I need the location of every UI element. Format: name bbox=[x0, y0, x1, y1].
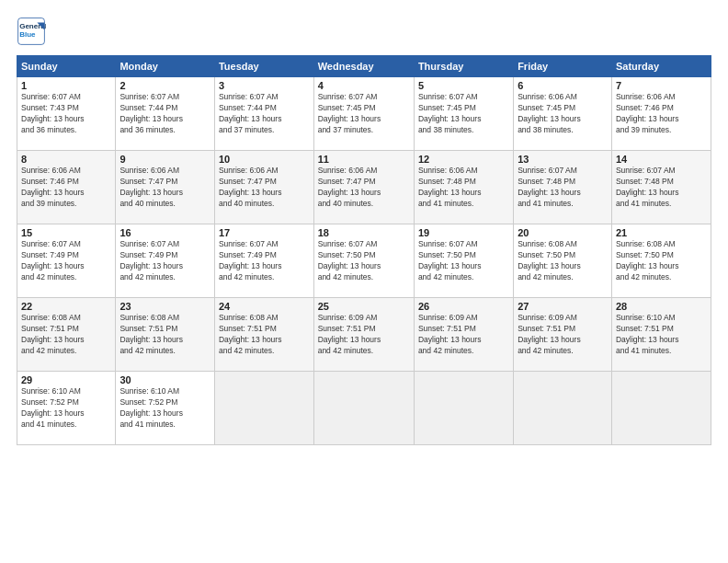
calendar-cell: 14Sunrise: 6:07 AM Sunset: 7:48 PM Dayli… bbox=[611, 151, 711, 224]
day-number: 24 bbox=[219, 301, 310, 312]
header-saturday: Saturday bbox=[611, 56, 711, 77]
day-info: Sunrise: 6:08 AM Sunset: 7:51 PM Dayligh… bbox=[219, 313, 310, 357]
day-info: Sunrise: 6:08 AM Sunset: 7:51 PM Dayligh… bbox=[21, 313, 111, 357]
day-number: 25 bbox=[318, 301, 410, 312]
calendar-cell: 21Sunrise: 6:08 AM Sunset: 7:50 PM Dayli… bbox=[611, 224, 711, 298]
calendar-cell bbox=[214, 372, 313, 445]
day-info: Sunrise: 6:06 AM Sunset: 7:46 PM Dayligh… bbox=[616, 92, 707, 136]
day-info: Sunrise: 6:06 AM Sunset: 7:46 PM Dayligh… bbox=[21, 166, 111, 210]
logo-icon: General Blue bbox=[17, 17, 46, 46]
calendar-cell: 18Sunrise: 6:07 AM Sunset: 7:50 PM Dayli… bbox=[313, 224, 414, 298]
day-info: Sunrise: 6:07 AM Sunset: 7:44 PM Dayligh… bbox=[219, 92, 310, 136]
day-number: 2 bbox=[119, 80, 210, 91]
day-info: Sunrise: 6:06 AM Sunset: 7:47 PM Dayligh… bbox=[219, 166, 310, 210]
calendar-week-row: 29Sunrise: 6:10 AM Sunset: 7:52 PM Dayli… bbox=[17, 372, 711, 445]
day-number: 26 bbox=[418, 301, 509, 312]
day-info: Sunrise: 6:07 AM Sunset: 7:49 PM Dayligh… bbox=[219, 239, 310, 283]
day-number: 30 bbox=[119, 374, 210, 385]
calendar-cell: 23Sunrise: 6:08 AM Sunset: 7:51 PM Dayli… bbox=[116, 298, 215, 372]
day-number: 9 bbox=[119, 154, 210, 165]
day-info: Sunrise: 6:09 AM Sunset: 7:51 PM Dayligh… bbox=[318, 313, 410, 357]
calendar-week-row: 8Sunrise: 6:06 AM Sunset: 7:46 PM Daylig… bbox=[17, 151, 711, 224]
day-info: Sunrise: 6:09 AM Sunset: 7:51 PM Dayligh… bbox=[418, 313, 509, 357]
day-info: Sunrise: 6:07 AM Sunset: 7:49 PM Dayligh… bbox=[119, 239, 210, 283]
calendar-cell: 25Sunrise: 6:09 AM Sunset: 7:51 PM Dayli… bbox=[313, 298, 414, 372]
header-tuesday: Tuesday bbox=[214, 56, 313, 77]
calendar-cell: 2Sunrise: 6:07 AM Sunset: 7:44 PM Daylig… bbox=[116, 77, 215, 151]
day-info: Sunrise: 6:07 AM Sunset: 7:43 PM Dayligh… bbox=[21, 92, 111, 136]
logo: General Blue bbox=[17, 17, 50, 46]
day-number: 14 bbox=[616, 154, 707, 165]
calendar-cell: 12Sunrise: 6:06 AM Sunset: 7:48 PM Dayli… bbox=[414, 151, 513, 224]
day-number: 22 bbox=[21, 301, 111, 312]
day-number: 12 bbox=[418, 154, 509, 165]
calendar-cell: 15Sunrise: 6:07 AM Sunset: 7:49 PM Dayli… bbox=[17, 224, 116, 298]
calendar-cell: 16Sunrise: 6:07 AM Sunset: 7:49 PM Dayli… bbox=[116, 224, 215, 298]
day-info: Sunrise: 6:08 AM Sunset: 7:50 PM Dayligh… bbox=[616, 239, 707, 283]
header-sunday: Sunday bbox=[17, 56, 116, 77]
day-number: 15 bbox=[21, 227, 111, 238]
calendar-cell: 20Sunrise: 6:08 AM Sunset: 7:50 PM Dayli… bbox=[514, 224, 612, 298]
calendar-cell: 6Sunrise: 6:06 AM Sunset: 7:45 PM Daylig… bbox=[514, 77, 612, 151]
calendar-cell: 30Sunrise: 6:10 AM Sunset: 7:52 PM Dayli… bbox=[116, 372, 215, 445]
calendar-week-row: 1Sunrise: 6:07 AM Sunset: 7:43 PM Daylig… bbox=[17, 77, 711, 151]
day-number: 16 bbox=[119, 227, 210, 238]
calendar-cell bbox=[414, 372, 513, 445]
day-number: 13 bbox=[518, 154, 608, 165]
day-info: Sunrise: 6:06 AM Sunset: 7:47 PM Dayligh… bbox=[119, 166, 210, 210]
day-number: 23 bbox=[119, 301, 210, 312]
calendar-cell: 8Sunrise: 6:06 AM Sunset: 7:46 PM Daylig… bbox=[17, 151, 116, 224]
day-info: Sunrise: 6:07 AM Sunset: 7:48 PM Dayligh… bbox=[616, 166, 707, 210]
day-number: 28 bbox=[616, 301, 707, 312]
day-info: Sunrise: 6:07 AM Sunset: 7:48 PM Dayligh… bbox=[518, 166, 608, 210]
day-number: 6 bbox=[518, 80, 608, 91]
day-info: Sunrise: 6:10 AM Sunset: 7:52 PM Dayligh… bbox=[21, 386, 111, 431]
calendar-cell: 5Sunrise: 6:07 AM Sunset: 7:45 PM Daylig… bbox=[414, 77, 513, 151]
day-number: 20 bbox=[518, 227, 608, 238]
calendar-cell: 7Sunrise: 6:06 AM Sunset: 7:46 PM Daylig… bbox=[611, 77, 711, 151]
svg-text:Blue: Blue bbox=[19, 30, 36, 39]
day-info: Sunrise: 6:08 AM Sunset: 7:51 PM Dayligh… bbox=[119, 313, 210, 357]
day-number: 10 bbox=[219, 154, 310, 165]
day-number: 1 bbox=[21, 80, 111, 91]
day-number: 18 bbox=[318, 227, 410, 238]
calendar-cell bbox=[611, 372, 711, 445]
day-info: Sunrise: 6:10 AM Sunset: 7:52 PM Dayligh… bbox=[119, 386, 210, 431]
day-number: 4 bbox=[318, 80, 410, 91]
day-info: Sunrise: 6:07 AM Sunset: 7:45 PM Dayligh… bbox=[418, 92, 509, 136]
day-number: 19 bbox=[418, 227, 509, 238]
calendar-page: General Blue SundayMondayTuesdayWednesda… bbox=[0, 0, 728, 563]
header-wednesday: Wednesday bbox=[313, 56, 414, 77]
calendar-cell bbox=[313, 372, 414, 445]
day-number: 3 bbox=[219, 80, 310, 91]
day-info: Sunrise: 6:07 AM Sunset: 7:50 PM Dayligh… bbox=[318, 239, 410, 283]
day-number: 29 bbox=[21, 374, 111, 385]
calendar-cell: 13Sunrise: 6:07 AM Sunset: 7:48 PM Dayli… bbox=[514, 151, 612, 224]
calendar-cell: 17Sunrise: 6:07 AM Sunset: 7:49 PM Dayli… bbox=[214, 224, 313, 298]
day-info: Sunrise: 6:06 AM Sunset: 7:47 PM Dayligh… bbox=[318, 166, 410, 210]
calendar-cell: 10Sunrise: 6:06 AM Sunset: 7:47 PM Dayli… bbox=[214, 151, 313, 224]
header: General Blue bbox=[17, 17, 711, 46]
calendar-cell bbox=[514, 372, 612, 445]
day-number: 7 bbox=[616, 80, 707, 91]
day-info: Sunrise: 6:09 AM Sunset: 7:51 PM Dayligh… bbox=[518, 313, 608, 357]
calendar-cell: 4Sunrise: 6:07 AM Sunset: 7:45 PM Daylig… bbox=[313, 77, 414, 151]
header-monday: Monday bbox=[116, 56, 215, 77]
day-number: 21 bbox=[616, 227, 707, 238]
day-number: 8 bbox=[21, 154, 111, 165]
header-thursday: Thursday bbox=[414, 56, 513, 77]
day-info: Sunrise: 6:07 AM Sunset: 7:50 PM Dayligh… bbox=[418, 239, 509, 283]
calendar-table: SundayMondayTuesdayWednesdayThursdayFrid… bbox=[17, 55, 711, 445]
day-info: Sunrise: 6:07 AM Sunset: 7:49 PM Dayligh… bbox=[21, 239, 111, 283]
day-info: Sunrise: 6:10 AM Sunset: 7:51 PM Dayligh… bbox=[616, 313, 707, 357]
day-number: 17 bbox=[219, 227, 310, 238]
calendar-cell: 29Sunrise: 6:10 AM Sunset: 7:52 PM Dayli… bbox=[17, 372, 116, 445]
calendar-cell: 19Sunrise: 6:07 AM Sunset: 7:50 PM Dayli… bbox=[414, 224, 513, 298]
calendar-cell: 28Sunrise: 6:10 AM Sunset: 7:51 PM Dayli… bbox=[611, 298, 711, 372]
calendar-week-row: 15Sunrise: 6:07 AM Sunset: 7:49 PM Dayli… bbox=[17, 224, 711, 298]
calendar-cell: 11Sunrise: 6:06 AM Sunset: 7:47 PM Dayli… bbox=[313, 151, 414, 224]
calendar-cell: 26Sunrise: 6:09 AM Sunset: 7:51 PM Dayli… bbox=[414, 298, 513, 372]
calendar-cell: 1Sunrise: 6:07 AM Sunset: 7:43 PM Daylig… bbox=[17, 77, 116, 151]
day-number: 11 bbox=[318, 154, 410, 165]
calendar-cell: 24Sunrise: 6:08 AM Sunset: 7:51 PM Dayli… bbox=[214, 298, 313, 372]
